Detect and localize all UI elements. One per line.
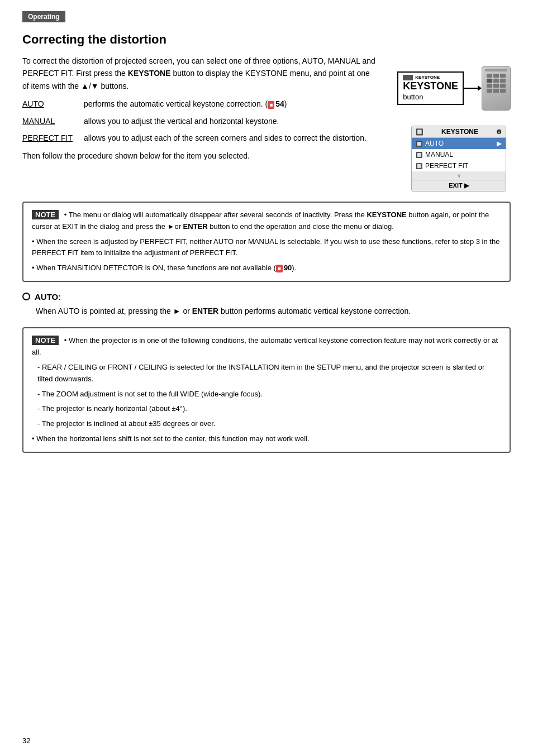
remote-control [482,66,511,111]
remote-top-strip [485,69,507,71]
item-label-perfectfit: PERFECT FIT [22,132,84,144]
km-footer: EXIT ▶ [412,180,506,191]
arrow-line [464,88,478,89]
remote-btn-3 [500,74,506,78]
item-desc-perfectfit: allows you to adjust each of the screen … [84,132,377,144]
km-exit-arrow: ▶ [464,182,469,189]
ks-main-label: KEYSTONE button [403,80,458,102]
note2-line5: - The projector is inclined at about ±35… [37,418,501,430]
remote-btn-10 [487,89,492,93]
km-pf-icon: 🔲 [416,163,422,169]
km-manual-label: MANUAL [425,151,453,159]
remote-btn-2 [493,74,499,78]
item-desc-auto: performs the automatic vertical keystone… [84,98,377,110]
auto-body: When AUTO is pointed at, pressing the ► … [36,305,511,317]
page: Operating Correcting the distortion To c… [0,0,533,756]
ref-icon-90: ■ [276,265,283,272]
ref-54: 54 [275,99,284,108]
item-list: AUTO performs the automatic vertical key… [22,98,377,144]
section-label: Operating [28,13,60,21]
page-number: 32 [22,736,30,745]
ks-top-label: KEYSTONE [415,75,440,80]
km-pf-label: PERFECT FIT [425,162,468,170]
km-item-auto: 🔲 AUTO ▶ [412,138,506,149]
intro-paragraph: To correct the distortion of projected s… [22,55,377,92]
ref-icon-54: ■ [268,101,274,109]
note1-line2: • When the screen is adjusted by PERFECT… [32,236,501,260]
note1-keystone-bold: KEYSTONE [367,210,406,219]
auto-enter-bold: ENTER [192,307,218,315]
remote-btn-7 [487,84,492,88]
arrow-tip [478,85,482,91]
ref-90: 90 [284,264,292,272]
keystone-box: KEYSTONE KEYSTONE button [397,71,464,105]
km-auto-arrow: ▶ [497,140,502,147]
remote-btn-8 [493,84,499,88]
main-content: To correct the distortion of projected s… [22,55,511,192]
note1-line1: NOTE • The menu or dialog will automatic… [32,209,501,233]
button-word: button [403,93,423,101]
remote-btn-6 [500,79,506,83]
keystone-button-illustration: KEYSTONE KEYSTONE button [397,66,511,111]
keystone-bold: KEYSTONE [128,69,171,78]
auto-label: AUTO: [35,292,61,302]
follow-text: Then follow the procedure shown below fo… [22,150,377,162]
ks-small-button [403,75,413,80]
km-auto-label: AUTO [425,140,444,147]
item-row-manual: MANUAL allows you to adjust the vertical… [22,115,377,127]
image-column: KEYSTONE KEYSTONE button [388,55,511,192]
auto-section: AUTO: When AUTO is pointed at, pressing … [22,292,511,317]
remote-btn-1 [487,74,492,78]
km-manual-icon: 🔲 [416,152,422,158]
km-exit-label: EXIT [449,182,462,189]
text-column: To correct the distortion of projected s… [22,55,377,192]
note2-line3: - The ZOOM adjustment is not set to the … [37,389,501,400]
note-box-2: NOTE • When the projector is in one of t… [22,327,511,452]
remote-btn-11 [493,89,499,93]
note1-enter-bold: ENTER [183,222,208,231]
remote-btn-12 [500,89,506,93]
km-item-manual: 🔲 MANUAL [412,149,506,160]
note-box-1: NOTE • The menu or dialog will automatic… [22,202,511,282]
item-desc-manual: allows you to adjust the vertical and ho… [84,115,377,127]
circle-icon [22,293,30,300]
km-chevron: ∨ [412,171,506,180]
remote-buttons-area [487,74,506,93]
item-label-manual: MANUAL [22,115,84,127]
item-row-auto: AUTO performs the automatic vertical key… [22,98,377,110]
remote-btn-4-highlight [487,79,492,83]
auto-title: AUTO: [22,292,511,302]
km-header-icon: 🔲 [416,128,423,136]
item-row-perfectfit: PERFECT FIT allows you to adjust each of… [22,132,377,144]
keystone-word: KEYSTONE [403,80,458,92]
page-title: Correcting the distortion [22,32,511,47]
note1-line3: • When TRANSITION DETECTOR is ON, these … [32,262,501,274]
remote-btn-5 [493,79,499,83]
note2-line4: - The projector is nearly horizontal (ab… [37,403,501,415]
arrow-connector [464,85,482,91]
note2-line2: - REAR / CEILING or FRONT / CEILING is s… [37,362,501,385]
item-label-auto: AUTO [22,98,84,110]
remote-btn-9 [500,84,506,88]
note2-label: NOTE [32,336,59,345]
operating-bar: Operating [22,11,65,22]
note1-label: NOTE [32,210,59,219]
km-auto-icon: 🔲 [416,141,422,147]
km-item-perfectfit: 🔲 PERFECT FIT [412,160,506,171]
note2-line6: • When the horizontal lens shift is not … [32,433,501,445]
ks-top-row: KEYSTONE [403,75,458,80]
note2-line1: NOTE • When the projector is in one of t… [32,335,501,358]
keystone-menu: 🔲 KEYSTONE ⚙ 🔲 AUTO ▶ 🔲 MANUAL 🔲 PERFECT… [411,126,506,192]
km-header-label: KEYSTONE [441,128,478,136]
km-header: 🔲 KEYSTONE ⚙ [412,126,506,138]
km-settings-icon: ⚙ [496,128,502,136]
